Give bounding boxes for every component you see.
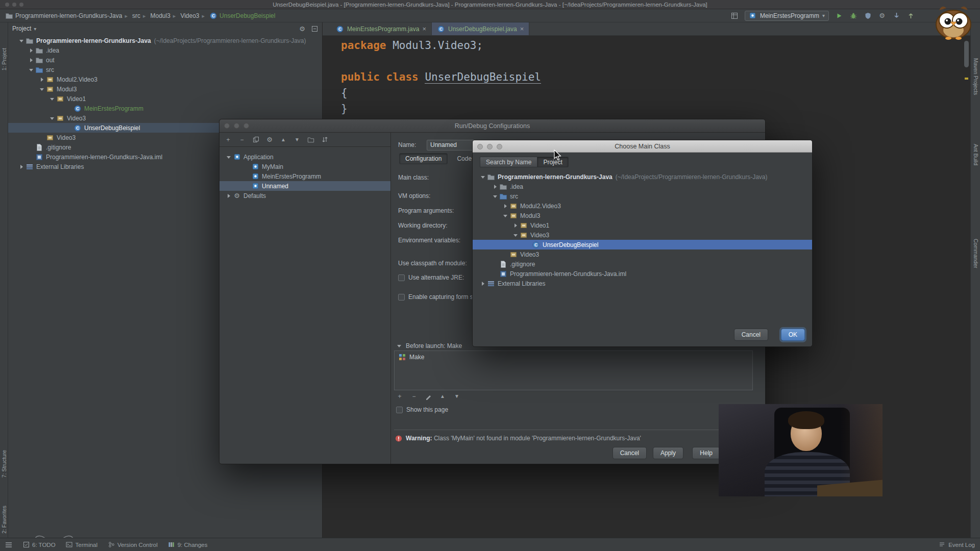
- folderGray-icon[interactable]: [307, 136, 314, 143]
- close-icon[interactable]: ×: [422, 26, 426, 33]
- open-icon[interactable]: [479, 174, 487, 180]
- closed-icon[interactable]: [17, 164, 26, 169]
- closed-icon[interactable]: [491, 184, 499, 189]
- status-bar-item[interactable]: 6: TODO: [22, 541, 56, 548]
- tree-row[interactable]: Video3: [473, 230, 812, 240]
- alt-jre-checkbox[interactable]: [398, 274, 405, 281]
- minimize-icon[interactable]: [487, 144, 493, 149]
- tree-row[interactable]: Modul2.Video3: [8, 74, 322, 84]
- tree-row[interactable]: Modul3: [473, 211, 812, 220]
- vcs-up-icon[interactable]: [906, 12, 915, 20]
- collapse-all-icon[interactable]: [311, 25, 318, 32]
- configuration-row[interactable]: Unnamed: [219, 181, 390, 191]
- cancel-button[interactable]: Cancel: [612, 447, 647, 459]
- pencil-icon[interactable]: [425, 393, 432, 400]
- vcs-down-icon[interactable]: [892, 12, 900, 20]
- tree-row[interactable]: src: [473, 191, 812, 201]
- breadcrumb-item[interactable]: ▸ Video3: [170, 12, 200, 19]
- open-icon[interactable]: [17, 38, 26, 43]
- down-icon[interactable]: ▼: [453, 393, 460, 400]
- minus-icon[interactable]: −: [238, 136, 246, 143]
- tree-row[interactable]: .gitignore: [473, 259, 812, 269]
- cancel-button[interactable]: Cancel: [734, 329, 768, 341]
- chooser-tab[interactable]: Search by Name: [480, 157, 537, 167]
- tree-row[interactable]: External Libraries: [473, 279, 812, 288]
- open-icon[interactable]: [225, 155, 233, 160]
- minimize-icon[interactable]: [12, 3, 16, 7]
- chooser-tab[interactable]: Project: [537, 157, 568, 167]
- close-icon[interactable]: ×: [520, 26, 524, 33]
- before-launch-header[interactable]: Before launch: Make: [395, 342, 462, 349]
- tree-row[interactable]: C UnserDebugBeispiel: [473, 240, 812, 249]
- tree-row[interactable]: .idea: [473, 182, 812, 191]
- closed-icon[interactable]: [225, 193, 233, 198]
- zoom-icon[interactable]: [497, 144, 502, 149]
- breadcrumb-item[interactable]: ▸ Modul3: [140, 12, 170, 19]
- close-icon[interactable]: [477, 144, 483, 149]
- status-bar-item[interactable]: 9: Changes: [168, 541, 208, 548]
- minus-icon[interactable]: −: [410, 393, 418, 400]
- open-icon[interactable]: [38, 87, 46, 92]
- configuration-row[interactable]: Application: [219, 152, 390, 162]
- closed-icon[interactable]: [479, 281, 487, 286]
- configuration-row[interactable]: ⚙ Defaults: [219, 191, 390, 201]
- closed-icon[interactable]: [27, 58, 35, 63]
- zoom-icon[interactable]: [19, 3, 23, 7]
- expander-icon[interactable]: [395, 343, 403, 348]
- open-icon[interactable]: [511, 233, 520, 238]
- tool-window-button[interactable]: Maven Projects: [973, 58, 979, 95]
- tree-row[interactable]: C MeinErstesProgramm: [8, 104, 322, 113]
- down-icon[interactable]: ▼: [293, 136, 301, 143]
- chevron-down-icon[interactable]: ▾: [34, 26, 36, 32]
- open-icon[interactable]: [501, 213, 509, 218]
- tree-row[interactable]: .idea: [8, 45, 322, 55]
- tool-window-button[interactable]: Commander: [973, 239, 979, 268]
- code-line[interactable]: public class UnserDebugBeispiel: [341, 69, 970, 85]
- open-icon[interactable]: [48, 116, 56, 121]
- shield-icon[interactable]: [864, 12, 872, 20]
- minimize-icon[interactable]: [234, 123, 239, 129]
- zoom-icon[interactable]: [243, 123, 249, 129]
- closed-icon[interactable]: [27, 48, 35, 53]
- help-button[interactable]: Help: [692, 447, 720, 459]
- code-line[interactable]: [341, 54, 970, 69]
- tree-row[interactable]: Video3: [473, 249, 812, 259]
- run-configuration-dropdown[interactable]: MeinErstesProgramm ▾: [745, 11, 829, 21]
- closed-icon[interactable]: [511, 223, 520, 228]
- closed-icon[interactable]: [38, 77, 46, 82]
- status-bar-item[interactable]: Terminal: [66, 541, 97, 548]
- gear-icon[interactable]: ⚙: [266, 136, 273, 143]
- open-icon[interactable]: [27, 67, 35, 72]
- breadcrumb-item[interactable]: ▸ C UnserDebugBeispiel: [200, 12, 276, 20]
- editor-tab[interactable]: C MeinErstesProgramm.java ×: [331, 22, 432, 35]
- ok-button[interactable]: OK: [781, 329, 805, 341]
- warning-stripe-mark[interactable]: [965, 78, 968, 80]
- breadcrumb-item[interactable]: ▸ src: [122, 12, 140, 19]
- configuration-row[interactable]: MyMain: [219, 162, 390, 171]
- open-icon[interactable]: [48, 96, 56, 102]
- tree-row[interactable]: Modul2.Video3: [473, 201, 812, 211]
- settings-tab[interactable]: Configuration: [399, 153, 448, 164]
- tool-window-button[interactable]: Ant Build: [973, 144, 979, 165]
- tool-window-button[interactable]: 2: Favorites: [1, 506, 7, 534]
- event-log-button[interactable]: Event Log: [938, 541, 975, 548]
- gear-icon[interactable]: ⚙: [878, 12, 886, 20]
- editor-tab[interactable]: C UnserDebugBeispiel.java ×: [432, 22, 529, 35]
- tree-row[interactable]: Programmieren-lernen-Grundkurs-Java (~/I…: [473, 172, 812, 182]
- play-icon[interactable]: [835, 12, 843, 20]
- gear-icon[interactable]: ⚙: [299, 25, 306, 32]
- up-icon[interactable]: ▲: [280, 136, 287, 143]
- bug-icon[interactable]: [849, 12, 857, 20]
- status-bar-item[interactable]: Version Control: [108, 541, 158, 548]
- breadcrumb-item[interactable]: Programmieren-lernen-Grundkurs-Java: [5, 12, 122, 20]
- closed-icon[interactable]: [501, 204, 509, 209]
- code-area[interactable]: package Modul3.Video3; public class Unse…: [323, 36, 970, 117]
- plus-icon[interactable]: +: [225, 136, 232, 143]
- sort-icon[interactable]: [321, 136, 328, 143]
- close-icon[interactable]: [224, 123, 230, 129]
- plus-icon[interactable]: +: [396, 393, 403, 400]
- close-icon[interactable]: [5, 3, 9, 7]
- window-controls[interactable]: [5, 3, 23, 7]
- tree-row[interactable]: Video1: [8, 94, 322, 104]
- before-launch-item[interactable]: Make: [395, 351, 752, 363]
